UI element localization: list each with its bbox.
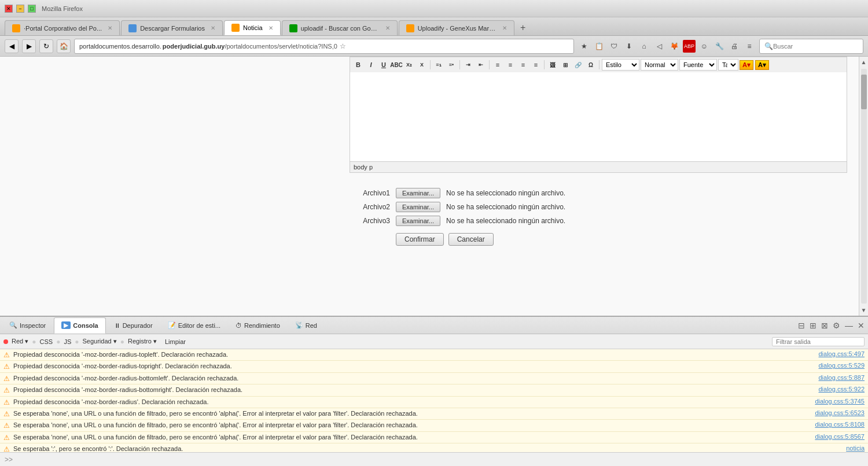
editor-content-area[interactable]: [350, 72, 847, 162]
menu-icon[interactable]: ≡: [743, 40, 756, 53]
editor-italic-btn[interactable]: I: [365, 59, 377, 71]
tab-close-1[interactable]: ✕: [108, 25, 112, 31]
devtools-split-icon[interactable]: ⊟: [797, 320, 806, 331]
editor-align-right-btn[interactable]: ≡: [517, 59, 529, 71]
scroll-up-arrow[interactable]: ▲: [861, 57, 867, 68]
editor-underline-btn[interactable]: U: [378, 59, 389, 71]
editor-link-btn[interactable]: 🔗: [572, 59, 584, 71]
tab-close-5[interactable]: ✕: [502, 25, 507, 31]
filter-label-js[interactable]: JS: [64, 338, 71, 345]
url-bar[interactable]: portaldocumentos.desarrollo.poderjudicia…: [74, 39, 574, 54]
devtools-tab-style-editor[interactable]: 📝 Editor de esti...: [161, 317, 227, 334]
cancel-button[interactable]: Cancelar: [448, 233, 494, 246]
devtools-dock-icon[interactable]: ⊞: [808, 320, 818, 331]
editor-bgcolor-btn[interactable]: A▾: [755, 60, 769, 70]
filter-search[interactable]: [772, 337, 865, 346]
bookmark-star-icon[interactable]: ☆: [340, 42, 346, 50]
reload-button[interactable]: ↻: [39, 39, 53, 53]
console-source-2[interactable]: dialog.css:5:529: [819, 362, 865, 369]
forward-button[interactable]: ▶: [22, 39, 36, 53]
filter-label-limpiar[interactable]: Limpiar: [165, 338, 186, 345]
filter-search-input[interactable]: [772, 337, 865, 346]
examinar-btn-1[interactable]: Examinar...: [396, 188, 440, 198]
tab-close-2[interactable]: ✕: [211, 25, 215, 31]
editor-size-select[interactable]: Ta...: [718, 59, 738, 71]
search-input[interactable]: [773, 43, 858, 50]
firefox-icon[interactable]: 🦊: [668, 40, 681, 53]
filter-label-css[interactable]: CSS: [40, 338, 53, 345]
editor-font-select[interactable]: Fuente: [679, 59, 717, 71]
editor-align-left-btn[interactable]: ≡: [492, 59, 503, 71]
editor-fontcolor-btn[interactable]: A▾: [740, 60, 753, 70]
editor-image-btn[interactable]: 🖼: [547, 59, 558, 71]
download-icon[interactable]: ⬇: [623, 40, 635, 53]
reader-icon[interactable]: 📋: [593, 40, 605, 53]
print-icon[interactable]: 🖨: [728, 40, 741, 53]
bookmark-icon[interactable]: ★: [578, 40, 590, 53]
editor-table-btn[interactable]: ⊞: [560, 59, 571, 71]
back-button[interactable]: ◀: [5, 39, 19, 53]
shield-icon[interactable]: 🛡: [608, 40, 620, 53]
home2-icon[interactable]: ⌂: [638, 40, 650, 53]
tab-portal[interactable]: ·Portal Corporativo del Po... ✕: [5, 20, 120, 35]
confirm-button[interactable]: Confirmar: [396, 233, 444, 246]
tools-icon[interactable]: 🔧: [713, 40, 726, 53]
maximize-button[interactable]: □: [28, 5, 36, 13]
editor-ul-btn[interactable]: ≡•: [446, 59, 457, 71]
devtools-minimize-icon[interactable]: —: [844, 320, 854, 331]
tab-descargar[interactable]: Descargar Formularios ✕: [121, 20, 223, 35]
window-controls[interactable]: ✕ − □: [5, 5, 36, 13]
page-scrollbar[interactable]: ▲ ▼: [859, 57, 868, 316]
minimize-button[interactable]: −: [16, 5, 24, 13]
editor-superscript-btn[interactable]: X: [416, 59, 428, 71]
console-source-6[interactable]: dialog.css:5:6523: [815, 409, 865, 416]
editor-subscript-btn[interactable]: X₂: [403, 59, 415, 71]
search-bar[interactable]: 🔍: [759, 39, 863, 54]
close-button[interactable]: ✕: [5, 5, 13, 13]
editor-special-btn[interactable]: Ω: [585, 59, 597, 71]
examinar-btn-3[interactable]: Examinar...: [396, 216, 440, 226]
examinar-btn-2[interactable]: Examinar...: [396, 202, 440, 212]
scroll-down-arrow[interactable]: ▼: [861, 305, 867, 316]
devtools-float-icon[interactable]: ⊠: [820, 320, 829, 331]
console-source-3[interactable]: dialog.css:5:887: [819, 374, 865, 381]
tab-uploadify[interactable]: Uploadify - GeneXus Mark... ✕: [399, 20, 514, 35]
devtools-tab-console[interactable]: ▶ Consola: [54, 317, 105, 334]
filter-label-registro[interactable]: Registro ▾: [128, 338, 157, 345]
console-source-1[interactable]: dialog.css:5:497: [819, 350, 865, 357]
editor-ol-btn[interactable]: ≡₁: [433, 59, 444, 71]
filter-label-seguridad[interactable]: Seguridad ▾: [82, 338, 116, 345]
console-input[interactable]: [15, 456, 863, 463]
editor-style-select[interactable]: Estilo: [602, 59, 639, 71]
console-source-7[interactable]: dialog.css:5:8108: [815, 421, 865, 428]
editor-indent-btn[interactable]: ⇥: [462, 59, 474, 71]
smiley-icon[interactable]: ☺: [698, 40, 711, 53]
tab-close-4[interactable]: ✕: [385, 25, 390, 31]
scroll-track[interactable]: [861, 69, 867, 304]
back2-icon[interactable]: ◁: [653, 40, 665, 53]
console-source-5[interactable]: dialog.css:5:3745: [815, 398, 865, 405]
devtools-settings-icon[interactable]: ⚙: [832, 320, 841, 331]
console-source-8[interactable]: dialog.css:5:8567: [815, 433, 865, 440]
devtools-tab-performance[interactable]: ⏱ Rendimiento: [229, 317, 287, 334]
console-source-9[interactable]: noticia: [846, 445, 865, 452]
tab-close-3[interactable]: ✕: [269, 25, 273, 31]
home-button[interactable]: 🏠: [57, 39, 71, 53]
console-source-4[interactable]: dialog.css:5:922: [819, 386, 865, 393]
devtools-tab-network[interactable]: 📡 Red: [288, 317, 324, 334]
filter-label-red[interactable]: Red ▾: [12, 338, 28, 345]
devtools-close-icon[interactable]: ✕: [856, 320, 866, 331]
devtools-tab-debugger[interactable]: ⏸ Depurador: [107, 317, 160, 334]
abp-icon[interactable]: ABP: [683, 40, 696, 53]
editor-outdent-btn[interactable]: ⇤: [475, 59, 487, 71]
tab-uploadif[interactable]: uploadif - Buscar con Goo... ✕: [282, 20, 398, 35]
devtools-tab-inspector[interactable]: 🔍 Inspector: [2, 317, 53, 334]
tab-noticia[interactable]: Noticia ✕: [224, 20, 281, 35]
editor-strikethrough-btn[interactable]: ABC: [391, 59, 402, 71]
editor-bold-btn[interactable]: B: [352, 59, 364, 71]
editor-align-center-btn[interactable]: ≡: [505, 59, 516, 71]
new-tab-button[interactable]: +: [516, 20, 531, 35]
editor-align-justify-btn[interactable]: ≡: [530, 59, 542, 71]
scroll-thumb[interactable]: [861, 75, 867, 109]
editor-normal-select[interactable]: Normal: [641, 59, 678, 71]
